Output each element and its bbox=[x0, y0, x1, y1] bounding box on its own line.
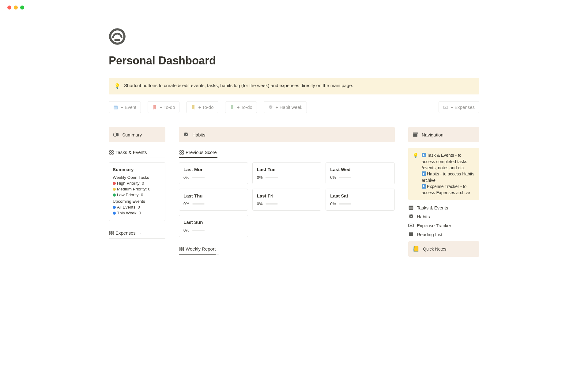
card-title: Last Fri bbox=[257, 193, 317, 198]
add-todo-red-button[interactable]: + To-do bbox=[148, 101, 179, 113]
lightbulb-icon: 💡 bbox=[413, 152, 419, 196]
progress-bar bbox=[266, 203, 278, 205]
percent-label: 0% bbox=[330, 175, 336, 180]
percent-label: 0% bbox=[183, 201, 189, 206]
progress-bar bbox=[339, 203, 351, 205]
card-title: Last Sat bbox=[330, 193, 390, 198]
gallery-icon bbox=[109, 150, 114, 155]
percent-label: 0% bbox=[330, 201, 336, 206]
progress-bar bbox=[339, 177, 351, 178]
weekly-report-tabs: Weekly Report bbox=[179, 244, 219, 255]
bookmark-icon bbox=[152, 105, 157, 110]
yellow-dot-icon bbox=[113, 188, 116, 191]
callout-body: Task & Events - to access completed task… bbox=[422, 152, 475, 196]
add-habit-week-button[interactable]: + Habit week bbox=[264, 101, 307, 113]
arrow-icon bbox=[422, 153, 426, 157]
progress-bar bbox=[192, 177, 205, 178]
shortcut-button-row: + Event + To-do + To-do + To-do + Habit … bbox=[109, 101, 479, 113]
book-icon bbox=[408, 232, 414, 237]
badge-check-icon bbox=[183, 132, 189, 137]
minimize-window-button[interactable] bbox=[14, 6, 18, 10]
chevron-down-icon: ⌄ bbox=[138, 231, 141, 235]
summary-card[interactable]: Summary Weekly Open Tasks High Priority:… bbox=[109, 162, 165, 221]
page-icon[interactable] bbox=[109, 28, 126, 45]
tab-previous-score[interactable]: Previous Score bbox=[179, 148, 217, 158]
tab-label: Weekly Report bbox=[186, 246, 216, 251]
callout-line: Task & Events - to access completed task… bbox=[422, 152, 475, 171]
card-title: Last Thu bbox=[183, 193, 243, 198]
tab-label: Expenses bbox=[115, 230, 136, 236]
add-todo-yellow-button[interactable]: + To-do bbox=[186, 101, 218, 113]
percent-label: 0% bbox=[183, 175, 189, 180]
note-icon: 📒 bbox=[413, 246, 419, 252]
button-label: + To-do bbox=[160, 105, 175, 110]
add-event-button[interactable]: + Event bbox=[109, 101, 141, 113]
tab-expenses[interactable]: Expenses ⌄ bbox=[109, 228, 142, 239]
habit-card-tue[interactable]: Last Tue 0% bbox=[252, 162, 322, 184]
divider bbox=[109, 73, 479, 73]
habits-header: Habits bbox=[179, 127, 395, 142]
percent-label: 0% bbox=[257, 175, 263, 180]
link-label: Habits bbox=[417, 214, 430, 219]
progress-bar bbox=[192, 230, 205, 231]
habit-card-wed[interactable]: Last Wed 0% bbox=[326, 162, 395, 184]
percent-label: 0% bbox=[183, 228, 189, 232]
add-todo-green-button[interactable]: + To-do bbox=[225, 101, 257, 113]
navigation-info-callout: 💡 Task & Events - to access completed ta… bbox=[408, 148, 479, 200]
callout-line: Expense Tracker - to access Expenses arc… bbox=[422, 183, 475, 196]
progress-bar bbox=[192, 203, 205, 205]
quick-notes-label: Quick Notes bbox=[423, 247, 446, 251]
bookmark-icon bbox=[191, 105, 196, 110]
button-label: + To-do bbox=[198, 105, 213, 110]
habit-card-fri[interactable]: Last Fri 0% bbox=[252, 189, 322, 211]
habit-card-thu[interactable]: Last Thu 0% bbox=[179, 189, 248, 211]
navigation-links: Tasks & Events Habits Expense Tracker Re… bbox=[408, 205, 479, 237]
section-title: Summary bbox=[122, 132, 142, 137]
navigation-header: Navigation bbox=[408, 127, 479, 142]
low-priority-line: Low Priority: 0 bbox=[113, 193, 161, 197]
nav-link-reading-list[interactable]: Reading List bbox=[408, 232, 479, 237]
link-label: Expense Tracker bbox=[417, 223, 451, 228]
archive-icon bbox=[413, 132, 418, 137]
habit-card-mon[interactable]: Last Mon 0% bbox=[179, 162, 248, 184]
section-title: Habits bbox=[192, 132, 205, 137]
divider bbox=[109, 120, 479, 120]
chevron-down-icon: ⌄ bbox=[149, 150, 153, 155]
calendar-icon bbox=[408, 205, 414, 210]
nav-link-expense-tracker[interactable]: Expense Tracker bbox=[408, 223, 479, 228]
all-events-line: All Events: 0 bbox=[113, 205, 161, 209]
habit-card-sat[interactable]: Last Sat 0% bbox=[326, 189, 395, 211]
tasks-events-tabs: Tasks & Events ⌄ bbox=[109, 148, 165, 158]
expenses-tabs: Expenses ⌄ bbox=[109, 228, 165, 239]
info-callout: 💡 Shortcut buttons to create & edit even… bbox=[109, 78, 479, 94]
add-expenses-button[interactable]: + Expenses bbox=[439, 101, 479, 113]
close-window-button[interactable] bbox=[7, 6, 11, 10]
nav-link-habits[interactable]: Habits bbox=[408, 214, 479, 219]
upcoming-events-label: Upcoming Events bbox=[113, 199, 161, 204]
weekly-open-label: Weekly Open Tasks bbox=[113, 175, 161, 180]
tab-weekly-report[interactable]: Weekly Report bbox=[179, 244, 216, 255]
tab-tasks-events[interactable]: Tasks & Events ⌄ bbox=[109, 148, 153, 158]
cash-icon bbox=[408, 223, 414, 228]
summary-header: Summary bbox=[109, 127, 165, 142]
contrast-icon bbox=[113, 132, 119, 137]
section-title: Navigation bbox=[422, 132, 443, 137]
fullscreen-window-button[interactable] bbox=[20, 6, 24, 10]
blue-dot-icon bbox=[113, 206, 116, 209]
card-title: Summary bbox=[113, 167, 161, 172]
badge-check-icon bbox=[408, 214, 414, 219]
progress-bar bbox=[266, 177, 278, 178]
high-priority-line: High Priority: 0 bbox=[113, 181, 161, 186]
percent-label: 0% bbox=[257, 201, 263, 206]
arrow-icon bbox=[422, 171, 426, 176]
gallery-icon bbox=[109, 231, 114, 235]
nav-link-tasks-events[interactable]: Tasks & Events bbox=[408, 205, 479, 210]
card-title: Last Sun bbox=[183, 220, 243, 225]
link-label: Reading List bbox=[417, 232, 442, 237]
gallery-icon bbox=[179, 247, 184, 251]
tab-label: Previous Score bbox=[186, 150, 217, 155]
habit-card-sun[interactable]: Last Sun 0% bbox=[179, 215, 248, 237]
blue-dot-icon bbox=[113, 212, 116, 215]
tab-label: Tasks & Events bbox=[115, 150, 147, 155]
quick-notes-block[interactable]: 📒 Quick Notes bbox=[408, 241, 479, 257]
